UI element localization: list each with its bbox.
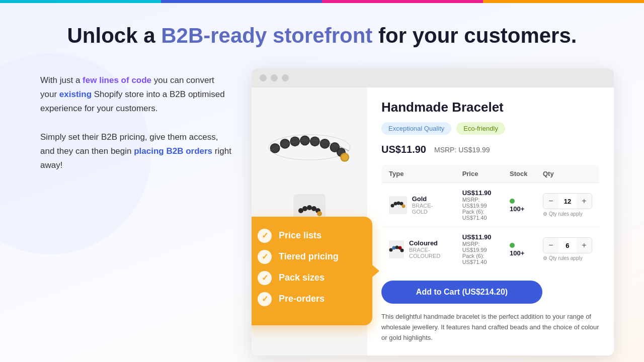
intro-paragraph: With just a few lines of code you can co… xyxy=(40,73,231,116)
headline-prefix: Unlock a xyxy=(67,24,162,47)
qty-decrease-coloured[interactable]: − xyxy=(543,238,558,253)
feature-item-2: ✓ Tiered pricing xyxy=(258,250,356,264)
stock-value-gold: 100+ xyxy=(510,205,524,213)
variant-image-coloured xyxy=(389,240,404,258)
product-image-panel: ✓ Price lists ✓ Tiered pricing xyxy=(252,87,367,355)
qty-increase-gold[interactable]: + xyxy=(577,194,592,209)
stock-cell-coloured: 100+ xyxy=(503,227,536,272)
svg-point-38 xyxy=(395,245,399,249)
stock-indicator-coloured xyxy=(510,243,515,248)
table-header-stock: Stock xyxy=(503,165,536,183)
browser-mockup: ✓ Price lists ✓ Tiered pricing xyxy=(252,68,614,355)
variant-pack-gold: Pack (6): US$71.40 xyxy=(462,209,496,221)
table-row: Gold BRACE-GOLD US$11.90 MSRP: US$19.99 … xyxy=(382,183,600,227)
left-column: With just a few lines of code you can co… xyxy=(40,68,231,172)
variant-price-coloured: US$11.90 xyxy=(462,233,496,241)
feature-label-2: Tiered pricing xyxy=(279,251,339,262)
feature-item-4: ✓ Pre-orders xyxy=(258,292,356,306)
svg-point-36 xyxy=(389,248,393,251)
stock-cell-gold: 100+ xyxy=(503,183,536,227)
product-detail-panel: Handmade Bracelet Exceptional Quality Ec… xyxy=(367,87,614,355)
feature-item-1: ✓ Price lists xyxy=(258,229,356,243)
svg-point-21 xyxy=(307,205,312,210)
svg-point-33 xyxy=(396,201,400,205)
qty-rules-gold: ⚙ Qty rules apply xyxy=(543,211,592,217)
variant-name-gold: Gold xyxy=(412,195,448,203)
qty-rules-label-coloured: Qty rules apply xyxy=(549,255,583,261)
qty-increase-coloured[interactable]: + xyxy=(577,238,592,253)
intro-highlight1: few lines of code xyxy=(83,75,151,85)
product-tags: Exceptional Quality Eco-friendly xyxy=(381,122,600,135)
product-msrp: MSRP: US$19.99 xyxy=(434,146,490,154)
secondary-paragraph: Simply set their B2B pricing, give them … xyxy=(40,130,231,172)
browser-title-bar xyxy=(252,68,614,87)
variant-price-gold: US$11.90 xyxy=(462,189,496,197)
stock-value-coloured: 100+ xyxy=(510,249,524,257)
qty-rules-label-gold: Qty rules apply xyxy=(549,211,583,217)
main-headline: Unlock a B2B-ready storefront for your c… xyxy=(10,23,634,48)
svg-point-31 xyxy=(390,204,394,207)
price-row: US$11.90 MSRP: US$19.99 xyxy=(381,144,600,155)
table-header-qty: Qty xyxy=(536,165,600,183)
browser-dot-1 xyxy=(260,74,267,81)
qty-input-coloured[interactable] xyxy=(558,238,577,253)
secondary-highlight: placing B2B orders xyxy=(134,146,212,156)
check-icon-2: ✓ xyxy=(258,250,272,264)
table-row: Coloured BRACE-COLOURED US$11.90 MSRP: U… xyxy=(382,227,600,272)
headline-highlight: B2B-ready storefront xyxy=(161,24,372,47)
qty-stepper-coloured: − + xyxy=(543,237,592,253)
qty-cell-gold: − + ⚙ Qty rules apply xyxy=(536,183,600,227)
feature-box: ✓ Price lists ✓ Tiered pricing xyxy=(252,217,372,325)
product-variants-table: Type Price Stock Qty xyxy=(381,164,600,272)
add-to-cart-button[interactable]: Add to Cart (US$214.20) xyxy=(381,281,542,304)
qty-stepper-gold: − + xyxy=(543,193,592,209)
tag-eco-friendly: Eco-friendly xyxy=(456,122,505,135)
svg-point-40 xyxy=(400,248,404,252)
qty-rules-coloured: ⚙ Qty rules apply xyxy=(543,255,592,261)
variant-image-gold xyxy=(389,196,407,214)
stock-indicator-gold xyxy=(510,199,515,204)
qty-decrease-gold[interactable]: − xyxy=(543,194,558,209)
product-description: This delightful handmade bracelet is the… xyxy=(381,312,600,343)
svg-point-37 xyxy=(392,246,396,249)
feature-label-4: Pre-orders xyxy=(279,294,325,304)
variant-msrp-coloured: MSRP: US$19.99 xyxy=(462,241,496,253)
variant-pack-coloured: Pack (6): US$71.40 xyxy=(462,253,496,265)
check-icon-4: ✓ xyxy=(258,292,272,306)
check-icon-3: ✓ xyxy=(258,271,272,285)
headline-section: Unlock a B2B-ready storefront for your c… xyxy=(0,3,644,58)
type-cell-coloured: Coloured BRACE-COLOURED xyxy=(382,227,455,272)
browser-dot-3 xyxy=(282,74,289,81)
check-icon-1: ✓ xyxy=(258,229,272,243)
price-cell-coloured: US$11.90 MSRP: US$19.99 Pack (6): US$71.… xyxy=(455,227,503,272)
feature-label-1: Price lists xyxy=(279,230,321,241)
variant-sku-gold: BRACE-GOLD xyxy=(412,203,448,215)
page-wrapper: Unlock a B2B-ready storefront for your c… xyxy=(0,3,644,362)
svg-point-20 xyxy=(302,206,307,211)
svg-point-32 xyxy=(393,202,397,205)
product-price: US$11.90 xyxy=(381,144,426,155)
variant-name-coloured: Coloured xyxy=(409,239,448,247)
product-main-image xyxy=(259,98,360,188)
qty-input-gold[interactable] xyxy=(558,194,577,209)
svg-point-24 xyxy=(317,211,322,216)
intro-part1: With just a xyxy=(40,75,83,85)
svg-point-35 xyxy=(401,204,405,208)
table-header-type: Type xyxy=(382,165,455,183)
browser-dot-2 xyxy=(271,74,278,81)
browser-content: ✓ Price lists ✓ Tiered pricing xyxy=(252,87,614,355)
variant-sku-coloured: BRACE-COLOURED xyxy=(409,247,448,259)
product-title: Handmade Bracelet xyxy=(381,100,600,115)
qty-cell-coloured: − + ⚙ Qty rules apply xyxy=(536,227,600,272)
price-cell-gold: US$11.90 MSRP: US$19.99 Pack (6): US$71.… xyxy=(455,183,503,227)
variant-msrp-gold: MSRP: US$19.99 xyxy=(462,197,496,209)
svg-point-18 xyxy=(342,154,348,161)
content-area: With just a few lines of code you can co… xyxy=(0,58,644,362)
intro-highlight2: existing xyxy=(59,89,92,99)
svg-point-10 xyxy=(311,138,319,146)
feature-item-3: ✓ Pack sizes xyxy=(258,271,356,285)
table-header-price: Price xyxy=(455,165,503,183)
type-cell-gold: Gold BRACE-GOLD xyxy=(382,183,455,227)
tag-exceptional-quality: Exceptional Quality xyxy=(381,122,451,135)
headline-suffix: for your customers. xyxy=(372,24,577,47)
